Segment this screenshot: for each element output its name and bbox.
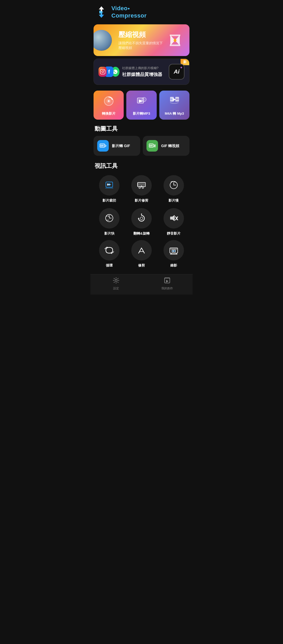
compress-banner-subtitle: 讓我們在不損失質量的情況下壓縮視頻: [118, 41, 166, 50]
app-title: Video● Compressor: [111, 5, 147, 19]
convert-video-label: 轉換影片: [102, 111, 116, 116]
video-slow-item[interactable]: 影片慢: [159, 175, 188, 203]
record-label: 錄影: [170, 263, 177, 268]
ai-enhance-button[interactable]: Ai ✦: [169, 64, 184, 80]
svg-point-69: [115, 279, 117, 281]
loop-icon: [99, 240, 119, 260]
loop-tool-item[interactable]: 循環: [95, 240, 124, 268]
svg-text:♪: ♪: [143, 99, 144, 101]
video-to-mp3-label: 影片轉MP3: [133, 111, 150, 116]
svg-point-18: [142, 97, 146, 102]
video-mute-label: 靜音影片: [167, 231, 181, 236]
video-trim-item[interactable]: 影片修剪: [127, 175, 156, 203]
svg-point-11: [104, 70, 104, 71]
video-mute-item[interactable]: 靜音影片: [159, 208, 188, 236]
deco-sphere: [94, 30, 112, 51]
nav-my-creations[interactable]: 我的創作: [142, 277, 193, 290]
record-icon: [164, 240, 184, 260]
svg-point-14: [108, 100, 110, 102]
svg-line-47: [142, 186, 142, 187]
video-to-gif-icon: GIF: [97, 140, 109, 152]
svg-marker-54: [138, 218, 139, 219]
svg-text:GIF: GIF: [149, 145, 153, 147]
svg-point-45: [142, 187, 144, 188]
convert-video-card[interactable]: 轉換影片: [94, 91, 124, 120]
social-media-banner[interactable]: 新 f 社群媒體上傳的影片模糊? 社群媒體品質增強器 Ai ✦: [94, 59, 189, 85]
my-creations-label: 我的創作: [161, 286, 173, 290]
nav-settings[interactable]: 設定: [90, 277, 142, 290]
svg-marker-55: [141, 213, 142, 214]
video-fast-icon: [99, 208, 119, 229]
video-tools-grid: 影片裁切 影片修剪: [90, 173, 193, 240]
video-rotate-label: 翻轉&旋轉: [133, 231, 149, 236]
svg-rect-71: [165, 278, 170, 279]
loop-label: 循環: [106, 263, 113, 268]
svg-point-44: [139, 187, 140, 188]
social-banner-content: 社群媒體上傳的影片模糊? 社群媒體品質增強器: [119, 66, 169, 77]
settings-icon: [113, 277, 119, 285]
m4a-to-mp3-card[interactable]: M4A MP3 M4A 轉 Mp3: [159, 91, 189, 120]
video-mute-icon: [164, 208, 184, 229]
video-fast-label: 影片快: [104, 231, 115, 236]
compress-banner-title: 壓縮視頻: [118, 30, 166, 39]
gif-to-video-card[interactable]: GIF GIF 轉視頻: [143, 136, 189, 156]
trim-label: 修剪: [138, 263, 145, 268]
svg-point-10: [102, 71, 104, 73]
animation-section-title: 動圖工具: [90, 123, 193, 136]
svg-marker-6: [170, 45, 180, 46]
app-logo: [95, 5, 108, 19]
svg-text:M4A: M4A: [171, 98, 173, 100]
video-to-mp3-icon: ♪: [136, 96, 147, 108]
video-to-mp3-card[interactable]: ♪ 影片轉MP3: [126, 91, 156, 120]
svg-text:GIF: GIF: [100, 145, 104, 147]
animation-tools: GIF 影片轉 GIF GIF GIF 轉視頻: [90, 136, 193, 160]
sparkle-icon: ✦: [180, 65, 183, 70]
video-rotate-icon: [131, 208, 152, 229]
instagram-icon: [99, 67, 107, 77]
svg-point-53: [140, 217, 143, 220]
video-crop-item[interactable]: 影片裁切: [95, 175, 124, 203]
social-main-text: 社群媒體品質增強器: [122, 71, 166, 77]
svg-rect-63: [170, 249, 177, 250]
svg-rect-62: [170, 248, 177, 249]
video-to-gif-label: 影片轉 GIF: [112, 143, 130, 148]
record-tool-item[interactable]: 錄影: [159, 240, 188, 268]
gif-to-video-icon: GIF: [146, 140, 158, 152]
app-header: Video● Compressor: [90, 0, 193, 22]
video-fast-item[interactable]: 影片快: [95, 208, 124, 236]
svg-marker-52: [108, 215, 109, 216]
video-to-gif-card[interactable]: GIF 影片轉 GIF: [94, 136, 140, 156]
m4a-to-mp3-icon: M4A MP3: [169, 96, 179, 108]
video-slow-icon: [164, 175, 184, 196]
compress-video-banner[interactable]: 壓縮視頻 讓我們在不損失質量的情況下壓縮視頻: [94, 24, 189, 56]
svg-marker-5: [170, 35, 180, 36]
svg-marker-56: [170, 215, 175, 221]
svg-text:MP3: MP3: [176, 98, 179, 100]
trim-tool-item[interactable]: 修剪: [127, 240, 156, 268]
video-crop-icon: [99, 175, 119, 196]
svg-marker-72: [166, 280, 168, 282]
social-top-text: 社群媒體上傳的影片模糊?: [122, 66, 166, 70]
my-creations-icon: [164, 277, 171, 285]
m4a-to-mp3-label: M4A 轉 Mp3: [165, 111, 184, 116]
gif-to-video-label: GIF 轉視頻: [161, 143, 179, 148]
video-trim-label: 影片修剪: [135, 198, 148, 203]
social-icons: f: [99, 66, 119, 77]
bottom-tools-row: 循環 修剪 錄影: [90, 240, 193, 272]
convert-video-icon: [104, 96, 114, 108]
settings-label: 設定: [113, 286, 119, 290]
main-tool-cards: 轉換影片 ♪ 影片轉MP3 M4A MP3 M4A 轉 Mp3: [90, 87, 193, 123]
video-trim-icon: [131, 175, 152, 196]
video-slow-label: 影片慢: [168, 198, 179, 203]
ai-label: Ai: [174, 68, 179, 75]
video-crop-label: 影片裁切: [102, 198, 116, 203]
video-rotate-item[interactable]: 翻轉&旋轉: [127, 208, 156, 236]
compress-banner-icon: [166, 31, 184, 49]
svg-rect-9: [100, 69, 105, 74]
bottom-navigation: 設定 我的創作: [90, 274, 193, 295]
video-section-title: 視訊工具: [90, 160, 193, 173]
trim-icon: [131, 240, 152, 260]
svg-rect-35: [105, 188, 113, 188]
